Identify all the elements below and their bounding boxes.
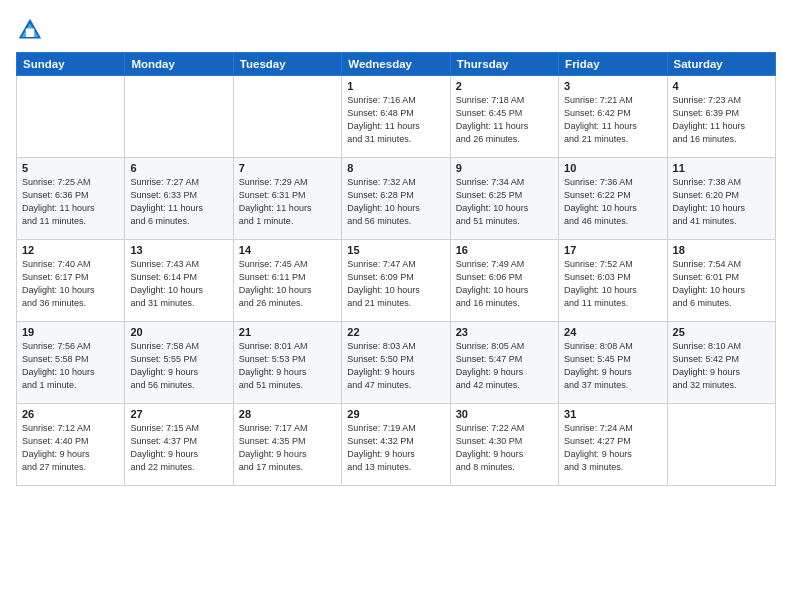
day-info: Sunrise: 8:08 AM Sunset: 5:45 PM Dayligh… [564,340,661,392]
day-number: 11 [673,162,770,174]
day-info: Sunrise: 7:38 AM Sunset: 6:20 PM Dayligh… [673,176,770,228]
day-info: Sunrise: 7:47 AM Sunset: 6:09 PM Dayligh… [347,258,444,310]
day-info: Sunrise: 7:22 AM Sunset: 4:30 PM Dayligh… [456,422,553,474]
day-number: 8 [347,162,444,174]
day-number: 17 [564,244,661,256]
day-number: 3 [564,80,661,92]
day-info: Sunrise: 8:03 AM Sunset: 5:50 PM Dayligh… [347,340,444,392]
day-number: 20 [130,326,227,338]
weekday-header: Thursday [450,53,558,76]
calendar-cell: 12Sunrise: 7:40 AM Sunset: 6:17 PM Dayli… [17,240,125,322]
day-info: Sunrise: 7:29 AM Sunset: 6:31 PM Dayligh… [239,176,336,228]
day-number: 7 [239,162,336,174]
day-info: Sunrise: 7:34 AM Sunset: 6:25 PM Dayligh… [456,176,553,228]
calendar-cell: 16Sunrise: 7:49 AM Sunset: 6:06 PM Dayli… [450,240,558,322]
day-number: 28 [239,408,336,420]
calendar-cell: 25Sunrise: 8:10 AM Sunset: 5:42 PM Dayli… [667,322,775,404]
calendar-week-row: 5Sunrise: 7:25 AM Sunset: 6:36 PM Daylig… [17,158,776,240]
day-number: 12 [22,244,119,256]
day-info: Sunrise: 7:25 AM Sunset: 6:36 PM Dayligh… [22,176,119,228]
day-number: 21 [239,326,336,338]
header [16,12,776,44]
day-info: Sunrise: 7:32 AM Sunset: 6:28 PM Dayligh… [347,176,444,228]
day-number: 1 [347,80,444,92]
svg-rect-2 [26,29,34,37]
calendar-cell: 27Sunrise: 7:15 AM Sunset: 4:37 PM Dayli… [125,404,233,486]
calendar-cell: 3Sunrise: 7:21 AM Sunset: 6:42 PM Daylig… [559,76,667,158]
day-info: Sunrise: 7:19 AM Sunset: 4:32 PM Dayligh… [347,422,444,474]
weekday-header: Wednesday [342,53,450,76]
day-info: Sunrise: 7:17 AM Sunset: 4:35 PM Dayligh… [239,422,336,474]
calendar-cell: 19Sunrise: 7:56 AM Sunset: 5:58 PM Dayli… [17,322,125,404]
day-number: 30 [456,408,553,420]
day-number: 25 [673,326,770,338]
calendar-week-row: 12Sunrise: 7:40 AM Sunset: 6:17 PM Dayli… [17,240,776,322]
day-info: Sunrise: 7:18 AM Sunset: 6:45 PM Dayligh… [456,94,553,146]
day-info: Sunrise: 7:58 AM Sunset: 5:55 PM Dayligh… [130,340,227,392]
calendar-week-row: 19Sunrise: 7:56 AM Sunset: 5:58 PM Dayli… [17,322,776,404]
calendar-cell: 15Sunrise: 7:47 AM Sunset: 6:09 PM Dayli… [342,240,450,322]
day-number: 19 [22,326,119,338]
calendar-cell: 20Sunrise: 7:58 AM Sunset: 5:55 PM Dayli… [125,322,233,404]
day-number: 29 [347,408,444,420]
day-info: Sunrise: 7:27 AM Sunset: 6:33 PM Dayligh… [130,176,227,228]
day-info: Sunrise: 7:21 AM Sunset: 6:42 PM Dayligh… [564,94,661,146]
calendar-cell: 6Sunrise: 7:27 AM Sunset: 6:33 PM Daylig… [125,158,233,240]
day-info: Sunrise: 7:12 AM Sunset: 4:40 PM Dayligh… [22,422,119,474]
day-info: Sunrise: 7:45 AM Sunset: 6:11 PM Dayligh… [239,258,336,310]
calendar-cell: 21Sunrise: 8:01 AM Sunset: 5:53 PM Dayli… [233,322,341,404]
weekday-header: Tuesday [233,53,341,76]
weekday-header: Sunday [17,53,125,76]
calendar-cell: 17Sunrise: 7:52 AM Sunset: 6:03 PM Dayli… [559,240,667,322]
calendar-cell: 2Sunrise: 7:18 AM Sunset: 6:45 PM Daylig… [450,76,558,158]
weekday-header: Friday [559,53,667,76]
day-number: 18 [673,244,770,256]
day-info: Sunrise: 7:54 AM Sunset: 6:01 PM Dayligh… [673,258,770,310]
calendar-cell: 13Sunrise: 7:43 AM Sunset: 6:14 PM Dayli… [125,240,233,322]
calendar-cell: 18Sunrise: 7:54 AM Sunset: 6:01 PM Dayli… [667,240,775,322]
calendar-week-row: 1Sunrise: 7:16 AM Sunset: 6:48 PM Daylig… [17,76,776,158]
day-info: Sunrise: 7:49 AM Sunset: 6:06 PM Dayligh… [456,258,553,310]
day-number: 13 [130,244,227,256]
day-info: Sunrise: 7:36 AM Sunset: 6:22 PM Dayligh… [564,176,661,228]
calendar-cell: 10Sunrise: 7:36 AM Sunset: 6:22 PM Dayli… [559,158,667,240]
logo [16,16,48,44]
day-number: 23 [456,326,553,338]
day-number: 26 [22,408,119,420]
calendar-cell: 29Sunrise: 7:19 AM Sunset: 4:32 PM Dayli… [342,404,450,486]
calendar-cell: 24Sunrise: 8:08 AM Sunset: 5:45 PM Dayli… [559,322,667,404]
calendar: SundayMondayTuesdayWednesdayThursdayFrid… [16,52,776,486]
weekday-header: Monday [125,53,233,76]
day-number: 5 [22,162,119,174]
day-number: 4 [673,80,770,92]
day-info: Sunrise: 7:56 AM Sunset: 5:58 PM Dayligh… [22,340,119,392]
day-number: 22 [347,326,444,338]
calendar-cell [667,404,775,486]
calendar-cell: 9Sunrise: 7:34 AM Sunset: 6:25 PM Daylig… [450,158,558,240]
day-info: Sunrise: 7:23 AM Sunset: 6:39 PM Dayligh… [673,94,770,146]
calendar-cell [125,76,233,158]
logo-icon [16,16,44,44]
calendar-week-row: 26Sunrise: 7:12 AM Sunset: 4:40 PM Dayli… [17,404,776,486]
day-number: 14 [239,244,336,256]
calendar-cell: 23Sunrise: 8:05 AM Sunset: 5:47 PM Dayli… [450,322,558,404]
day-number: 24 [564,326,661,338]
day-number: 16 [456,244,553,256]
calendar-cell: 14Sunrise: 7:45 AM Sunset: 6:11 PM Dayli… [233,240,341,322]
calendar-cell: 26Sunrise: 7:12 AM Sunset: 4:40 PM Dayli… [17,404,125,486]
calendar-cell: 11Sunrise: 7:38 AM Sunset: 6:20 PM Dayli… [667,158,775,240]
weekday-header-row: SundayMondayTuesdayWednesdayThursdayFrid… [17,53,776,76]
page: SundayMondayTuesdayWednesdayThursdayFrid… [0,0,792,612]
day-number: 6 [130,162,227,174]
day-info: Sunrise: 7:24 AM Sunset: 4:27 PM Dayligh… [564,422,661,474]
day-info: Sunrise: 8:01 AM Sunset: 5:53 PM Dayligh… [239,340,336,392]
day-info: Sunrise: 7:15 AM Sunset: 4:37 PM Dayligh… [130,422,227,474]
calendar-cell: 4Sunrise: 7:23 AM Sunset: 6:39 PM Daylig… [667,76,775,158]
calendar-cell: 31Sunrise: 7:24 AM Sunset: 4:27 PM Dayli… [559,404,667,486]
day-info: Sunrise: 7:16 AM Sunset: 6:48 PM Dayligh… [347,94,444,146]
calendar-cell: 22Sunrise: 8:03 AM Sunset: 5:50 PM Dayli… [342,322,450,404]
weekday-header: Saturday [667,53,775,76]
day-number: 27 [130,408,227,420]
calendar-cell: 5Sunrise: 7:25 AM Sunset: 6:36 PM Daylig… [17,158,125,240]
day-info: Sunrise: 7:43 AM Sunset: 6:14 PM Dayligh… [130,258,227,310]
